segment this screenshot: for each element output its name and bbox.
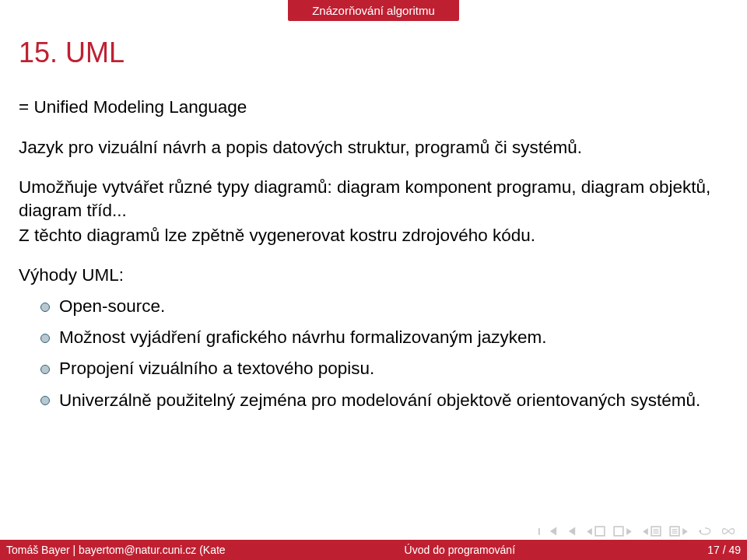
nav-loop-icon [721, 526, 736, 537]
svg-rect-0 [538, 528, 540, 535]
svg-marker-16 [682, 528, 688, 535]
nav-first-icon [548, 526, 559, 537]
svg-marker-3 [587, 528, 592, 535]
doc-icon [651, 526, 661, 537]
svg-marker-7 [643, 528, 648, 535]
frame-icon [594, 526, 605, 537]
svg-rect-5 [614, 527, 623, 536]
slide: Znázorňování algoritmu 15. UML = Unified… [0, 0, 747, 560]
nav-next-section-group[interactable] [613, 526, 633, 537]
paragraph-diagrams: Umožňuje vytvářet různé typy diagramů: d… [19, 176, 728, 222]
nav-back-icon [697, 526, 713, 537]
paragraph-description: Jazyk pro vizuální návrh a popis datovýc… [19, 136, 728, 159]
nav-next-slide-group[interactable] [669, 526, 689, 537]
nav-controls [538, 526, 736, 537]
nav-search-group[interactable] [721, 526, 736, 537]
list-item-label: Možnost vyjádření grafického návrhu form… [59, 327, 547, 347]
nav-prev-group[interactable] [566, 526, 577, 537]
nav-first-bar-icon [538, 527, 547, 536]
list-item: Open-source. [40, 295, 728, 318]
svg-marker-1 [550, 527, 556, 535]
nav-prev-icon [566, 526, 577, 537]
slide-content: 15. UML = Unified Modeling Language Jazy… [0, 21, 747, 540]
svg-marker-2 [569, 527, 575, 535]
chevron-left-icon [585, 527, 594, 536]
footer: Tomáš Bayer | bayertom@natur.cuni.cz (Ka… [0, 540, 747, 560]
nav-back-group[interactable] [697, 526, 713, 537]
footer-title: Úvod do programování [226, 544, 694, 556]
section-header: Znázorňování algoritmu [288, 0, 459, 21]
nav-first-group[interactable] [538, 526, 559, 537]
frame-icon [613, 526, 624, 537]
list-item-label: Open-source. [59, 296, 165, 316]
svg-marker-6 [626, 528, 632, 535]
paragraph-reverse: Z těchto diagramů lze zpětně vygenerovat… [19, 224, 728, 247]
footer-page: 17 / 49 [694, 544, 741, 556]
section-header-label: Znázorňování algoritmu [312, 4, 435, 17]
footer-author: Tomáš Bayer | bayertom@natur.cuni.cz (Ka… [6, 544, 226, 556]
slide-title: 15. UML [19, 37, 728, 69]
chevron-right-icon [625, 527, 633, 536]
chevron-left-icon [641, 527, 650, 536]
nav-prev-section-group[interactable] [585, 526, 605, 537]
list-item: Propojení vizuálního a textového popisu. [40, 357, 728, 380]
advantages-list: Open-source. Možnost vyjádření grafickéh… [40, 295, 728, 412]
list-item-label: Univerzálně použitelný zejména pro model… [59, 390, 700, 410]
list-item: Možnost vyjádření grafického návrhu form… [40, 326, 728, 349]
svg-rect-4 [595, 527, 605, 536]
paragraph-definition: = Unified Modeling Language [19, 96, 728, 119]
advantages-heading: Výhody UML: [19, 264, 728, 287]
list-item: Univerzálně použitelný zejména pro model… [40, 389, 728, 412]
list-item-label: Propojení vizuálního a textového popisu. [59, 359, 374, 378]
nav-prev-slide-group[interactable] [641, 526, 661, 537]
chevron-right-icon [681, 527, 689, 536]
doc-icon [669, 526, 680, 537]
